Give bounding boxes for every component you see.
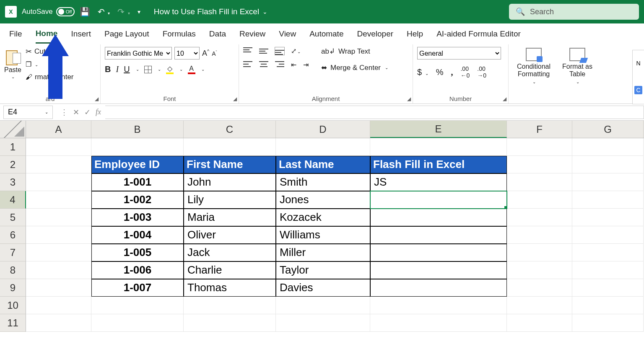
increase-decimal-icon[interactable]: .00←0	[460, 65, 470, 79]
cell-F11[interactable]	[507, 314, 572, 332]
align-middle-icon[interactable]	[259, 47, 268, 55]
cell-A7[interactable]	[26, 244, 91, 261]
row-header-4[interactable]: 4	[0, 191, 26, 209]
cell-B9[interactable]: 1-007	[91, 279, 184, 297]
cell-F7[interactable]	[507, 244, 572, 261]
cell-D4[interactable]: Jones	[276, 191, 370, 209]
cell-B7[interactable]: 1-005	[91, 244, 184, 261]
cell-D10[interactable]	[276, 297, 370, 314]
cell-A4[interactable]	[26, 191, 91, 209]
decrease-indent-icon[interactable]: ⇤	[291, 61, 296, 69]
cell-G11[interactable]	[572, 314, 644, 332]
search-input[interactable]: 🔍 Search	[509, 4, 639, 20]
tab-review[interactable]: Review	[239, 25, 265, 43]
fx-icon[interactable]: fx	[96, 108, 101, 116]
row-header-8[interactable]: 8	[0, 261, 26, 279]
cell-C7[interactable]: Jack	[184, 244, 276, 261]
cell-G5[interactable]	[572, 209, 644, 226]
cell-F6[interactable]	[507, 226, 572, 244]
cell-F3[interactable]	[507, 173, 572, 191]
cell-E6[interactable]	[370, 226, 507, 244]
cell-D6[interactable]: Williams	[276, 226, 370, 244]
tab-file[interactable]: File	[9, 25, 22, 43]
column-header-F[interactable]: F	[507, 121, 572, 138]
cell-A2[interactable]	[26, 156, 91, 173]
row-header-2[interactable]: 2	[0, 156, 26, 173]
wrap-text-button[interactable]: ab↲Wrap Text	[321, 47, 388, 56]
row-header-11[interactable]: 11	[0, 314, 26, 332]
format-as-table-button[interactable]: Format as Table⌄	[561, 48, 594, 100]
chevron-down-icon[interactable]: ⌄	[11, 75, 15, 79]
cell-C9[interactable]: Thomas	[184, 279, 276, 297]
cell-D3[interactable]: Smith	[276, 173, 370, 191]
tab-automate[interactable]: Automate	[309, 25, 343, 43]
cell-G3[interactable]	[572, 173, 644, 191]
cell-G6[interactable]	[572, 226, 644, 244]
align-bottom-icon[interactable]	[275, 47, 284, 55]
cell-F8[interactable]	[507, 261, 572, 279]
cell-C8[interactable]: Charlie	[184, 261, 276, 279]
cell-G1[interactable]	[572, 138, 644, 156]
tab-developer[interactable]: Developer	[357, 25, 393, 43]
cell-G7[interactable]	[572, 244, 644, 261]
cell-D11[interactable]	[276, 314, 370, 332]
cancel-icon[interactable]: ✕	[73, 108, 79, 117]
column-header-C[interactable]: C	[184, 121, 276, 138]
cell-F1[interactable]	[507, 138, 572, 156]
column-header-A[interactable]: A	[26, 121, 91, 138]
cell-E9[interactable]	[370, 279, 507, 297]
cell-G10[interactable]	[572, 297, 644, 314]
decrease-font-icon[interactable]: Aˇ	[212, 50, 217, 57]
cell-E8[interactable]	[370, 261, 507, 279]
increase-font-icon[interactable]: A^	[202, 49, 209, 58]
cell-A5[interactable]	[26, 209, 91, 226]
bold-button[interactable]: B	[105, 65, 111, 74]
cell-B2[interactable]: Employee ID	[91, 156, 184, 173]
underline-button[interactable]: U	[124, 65, 130, 74]
row-header-5[interactable]: 5	[0, 209, 26, 226]
cell-B4[interactable]: 1-002	[91, 191, 184, 209]
cell-D1[interactable]	[276, 138, 370, 156]
column-header-B[interactable]: B	[91, 121, 184, 138]
tab-formulas[interactable]: Formulas	[163, 25, 196, 43]
cell-B10[interactable]	[91, 297, 184, 314]
decrease-decimal-icon[interactable]: .00→0	[477, 65, 486, 79]
italic-button[interactable]: I	[116, 65, 119, 74]
borders-button[interactable]	[144, 66, 152, 73]
cells-area[interactable]: Employee IDFirst NameLast NameFlash Fill…	[26, 138, 644, 332]
cell-E10[interactable]	[370, 297, 507, 314]
dialog-launcher-icon[interactable]: ◢	[95, 96, 99, 102]
cell-C4[interactable]: Lily	[184, 191, 276, 209]
cell-C11[interactable]	[184, 314, 276, 332]
qat-customize-icon[interactable]: ▾	[138, 8, 140, 15]
cell-A9[interactable]	[26, 279, 91, 297]
tab-view[interactable]: View	[279, 25, 296, 43]
cell-F5[interactable]	[507, 209, 572, 226]
cell-E5[interactable]	[370, 209, 507, 226]
cell-G8[interactable]	[572, 261, 644, 279]
cell-E3[interactable]: JS	[370, 173, 507, 191]
number-format-select[interactable]: General	[417, 47, 501, 59]
cell-A6[interactable]	[26, 226, 91, 244]
column-header-D[interactable]: D	[276, 121, 370, 138]
font-size-select[interactable]: 10	[174, 47, 200, 59]
cell-C10[interactable]	[184, 297, 276, 314]
cell-C1[interactable]	[184, 138, 276, 156]
cell-E2[interactable]: Flash Fill in Excel	[370, 156, 507, 173]
cell-E7[interactable]	[370, 244, 507, 261]
tab-page-layout[interactable]: Page Layout	[104, 25, 149, 43]
cell-B8[interactable]: 1-006	[91, 261, 184, 279]
enter-icon[interactable]: ✓	[84, 108, 91, 117]
tab-help[interactable]: Help	[407, 25, 423, 43]
cell-D2[interactable]: Last Name	[276, 156, 370, 173]
dialog-launcher-icon[interactable]: ◢	[233, 96, 237, 102]
cell-A1[interactable]	[26, 138, 91, 156]
align-right-icon[interactable]	[275, 61, 284, 69]
select-all-corner[interactable]	[0, 121, 26, 138]
percent-button[interactable]: %	[436, 67, 444, 77]
name-box[interactable]: E4 ⌄	[3, 106, 53, 119]
row-header-1[interactable]: 1	[0, 138, 26, 156]
cell-D9[interactable]: Davies	[276, 279, 370, 297]
toggle-switch[interactable]: Off	[56, 7, 75, 16]
dialog-launcher-icon[interactable]: ◢	[503, 96, 506, 102]
